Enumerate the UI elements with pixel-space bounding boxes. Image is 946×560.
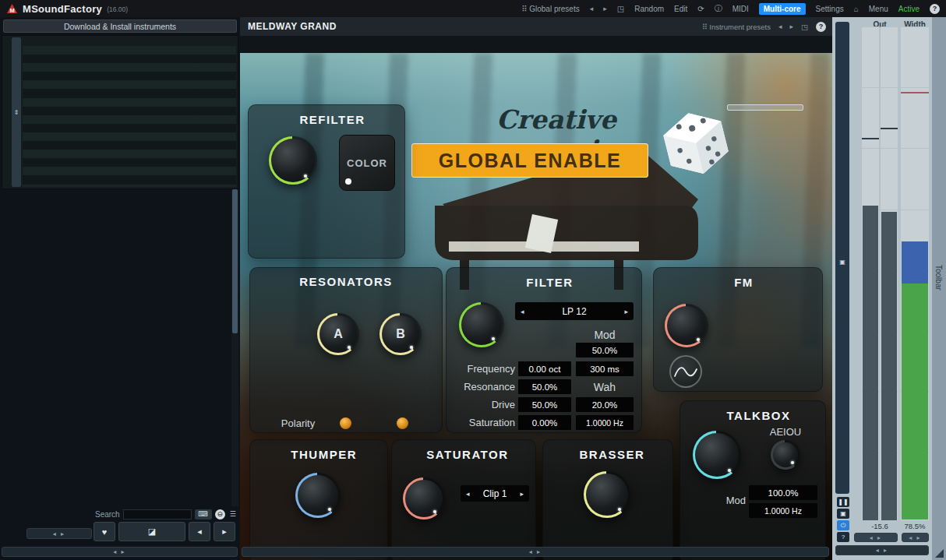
refilter-enable-led[interactable] — [258, 114, 284, 125]
search-input[interactable] — [123, 509, 192, 519]
saturator-enable-led[interactable] — [401, 449, 418, 460]
resonators-module: RESONATORS A B Polarity — [249, 267, 443, 433]
toolbar-strip[interactable]: Toolbar — [932, 17, 946, 560]
next-icon[interactable]: ▸ — [789, 23, 793, 30]
hscroll-icon: ◂ ▸ — [909, 534, 921, 541]
width-meter-hscrollbar[interactable]: ◂ ▸ — [902, 533, 929, 542]
resonators-header: RESONATORS — [250, 268, 442, 288]
download-install-button[interactable]: Download & Install instruments — [3, 19, 237, 33]
pause-button[interactable]: ❚❚ — [837, 497, 849, 507]
active-status[interactable]: Active — [898, 5, 920, 13]
preset-browser-icon[interactable]: ◳ — [617, 5, 624, 13]
filter-wah-rate[interactable]: 1.0000 Hz — [576, 415, 634, 430]
reso-b-knob[interactable]: B — [379, 313, 422, 355]
next-icon[interactable]: ▸ — [624, 308, 628, 315]
randomize-dice-icon[interactable] — [798, 275, 813, 290]
next-preset-icon[interactable]: ▸ — [603, 5, 607, 12]
brasser-enable-led[interactable] — [552, 449, 571, 460]
filter-resonance[interactable]: 50.0% — [518, 379, 571, 394]
home-icon[interactable]: ⌂ — [854, 5, 859, 13]
clear-search-icon[interactable]: ⊖ — [215, 509, 225, 519]
ab-compare-icon[interactable]: ⟳ — [697, 5, 704, 13]
saturator-knob[interactable] — [403, 477, 445, 519]
refilter-color-pad[interactable]: COLOR — [339, 135, 395, 191]
talkbox-knob[interactable] — [693, 431, 741, 479]
talkbox-enable-led[interactable] — [690, 410, 716, 421]
filter-enable-led[interactable] — [456, 277, 482, 287]
randomize-dice-icon[interactable] — [801, 408, 816, 423]
midi-button[interactable]: MIDI — [732, 5, 749, 13]
global-presets-button[interactable]: ⠿ Global presets — [521, 5, 580, 13]
preset-action-button[interactable]: ◪ — [118, 522, 185, 541]
prev-preset-button[interactable]: ◂ — [189, 522, 210, 541]
toolbar-hscrollbar[interactable]: ◂ ▸ — [835, 545, 929, 555]
meter-mode-button[interactable]: ▣ — [837, 509, 849, 519]
brasser-knob[interactable] — [584, 471, 630, 518]
reso-a-enable-led[interactable] — [323, 298, 347, 308]
polarity-b-toggle[interactable] — [397, 417, 408, 429]
polarity-a-toggle[interactable] — [340, 417, 351, 429]
list-view-icon[interactable]: ☰ — [228, 509, 238, 519]
vowel-knob[interactable] — [771, 440, 800, 470]
talkbox-mod-rate[interactable]: 1.0000 Hz — [749, 503, 817, 518]
multicore-button[interactable]: Multi-core — [759, 3, 806, 15]
reso-b-enable-led[interactable] — [386, 298, 409, 308]
instrument-presets-button[interactable]: ⠿ Instrument presets — [702, 23, 771, 31]
prev-icon[interactable]: ◂ — [778, 23, 782, 30]
filter-mod-amount[interactable]: 50.0% — [576, 343, 634, 357]
help-icon[interactable]: ? — [930, 4, 940, 14]
fm-shape-button[interactable] — [669, 355, 702, 388]
filter-cutoff-knob[interactable] — [459, 302, 504, 347]
help-button[interactable]: ? — [837, 532, 849, 542]
out-meter-hscrollbar[interactable]: ◂ ▸ — [854, 533, 898, 542]
keyboard-icon[interactable]: ⌨ — [195, 509, 212, 519]
browser-hscrollbar[interactable]: ◂ ▸ — [2, 547, 238, 557]
talkbox-mod-amount[interactable]: 100.0% — [749, 485, 817, 500]
next-preset-button[interactable]: ▸ — [214, 522, 235, 541]
menu-button[interactable]: Menu — [869, 5, 888, 13]
resize-grip[interactable] — [935, 549, 944, 558]
info-icon[interactable]: ⓘ — [715, 3, 722, 14]
reso-a-knob[interactable]: A — [317, 313, 359, 355]
fm-knob[interactable] — [665, 304, 708, 347]
favorite-button[interactable]: ♥ — [94, 522, 115, 541]
filter-type-dropdown[interactable]: ◂ LP 12 ▸ — [515, 302, 634, 320]
help-icon[interactable]: ? — [816, 22, 826, 32]
browse-icon[interactable]: ◳ — [801, 23, 808, 31]
filter-vscrollbar[interactable]: ⇕ — [12, 37, 21, 187]
settings-button[interactable]: Settings — [816, 5, 844, 13]
filter-wah-amount[interactable]: 20.0% — [576, 397, 634, 412]
panel-icon[interactable]: ▣ — [835, 259, 849, 266]
instrument-header: MELDWAY GRAND ⠿ Instrument presets ◂ ▸ ◳… — [240, 17, 832, 36]
randomize-dice-icon[interactable] — [415, 295, 430, 310]
main-hscrollbar[interactable]: ◂ ▸ — [242, 547, 829, 557]
randomize-dice-icon[interactable] — [617, 275, 632, 290]
randomize-dice-icon[interactable] — [517, 447, 526, 462]
next-icon[interactable]: ▸ — [520, 490, 524, 498]
prev-icon[interactable]: ◂ — [466, 490, 470, 498]
randomize-dice-icon[interactable] — [365, 447, 378, 462]
filter-mod-rate[interactable]: 300 ms — [576, 361, 634, 376]
randomize-dice-icon[interactable] — [652, 447, 663, 462]
randomize-dice-icon[interactable] — [353, 295, 368, 310]
refilter-knob[interactable] — [269, 136, 317, 185]
filter-frequency[interactable]: 0.00 oct — [518, 361, 571, 376]
filter-drive[interactable]: 50.0% — [518, 397, 571, 412]
tree-hscrollbar[interactable]: ◂ ▸ — [26, 528, 92, 539]
collapsed-side-strip[interactable] — [835, 22, 849, 494]
prev-preset-icon[interactable]: ◂ — [590, 5, 594, 12]
global-enable-button[interactable]: GLOBAL ENABLE — [411, 143, 648, 178]
thumper-enable-led[interactable] — [259, 449, 283, 460]
filter-saturation[interactable]: 0.00% — [518, 415, 571, 430]
power-button[interactable]: ⏻ — [837, 520, 849, 530]
scrollbar-thumb[interactable] — [232, 189, 238, 333]
random-button[interactable]: Random — [634, 5, 664, 13]
randomize-dice-icon[interactable] — [380, 112, 395, 127]
edit-button[interactable]: Edit — [674, 5, 687, 13]
toolbar-label: Toolbar — [934, 265, 943, 291]
preset-list-scrollbar[interactable] — [231, 189, 238, 506]
thumper-knob[interactable] — [295, 473, 341, 518]
saturator-shape-dropdown[interactable]: ◂ Clip 1 ▸ — [461, 485, 529, 502]
prev-icon[interactable]: ◂ — [521, 308, 524, 315]
fm-enable-led[interactable] — [663, 277, 690, 287]
